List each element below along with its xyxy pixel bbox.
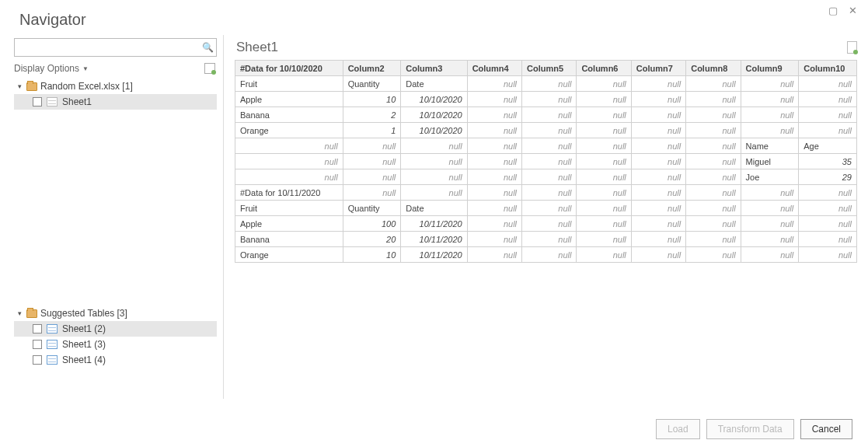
table-cell: 100 — [343, 216, 401, 232]
table-cell: null — [631, 76, 685, 92]
table-cell: null — [522, 76, 577, 92]
table-cell: null — [686, 169, 741, 185]
table-cell: null — [401, 138, 467, 154]
table-cell: Quantity — [343, 201, 401, 216]
display-options-dropdown[interactable]: Display Options ▼ — [14, 63, 89, 74]
table-cell: null — [343, 169, 401, 185]
column-header[interactable]: Column3 — [401, 61, 467, 76]
column-header[interactable]: Column10 — [799, 61, 857, 76]
table-cell: null — [467, 123, 521, 138]
table-cell: 10/11/2020 — [401, 232, 467, 247]
table-cell: null — [522, 169, 577, 185]
table-cell: null — [631, 185, 685, 201]
tree-item[interactable]: Sheet1 (4) — [14, 352, 217, 368]
table-cell: null — [522, 232, 577, 247]
search-icon[interactable]: 🔍 — [199, 42, 216, 53]
table-cell: Apple — [235, 216, 343, 232]
table-cell: null — [343, 154, 401, 169]
tree-folder-suggested[interactable]: ▾ Suggested Tables [3] — [14, 306, 217, 321]
preview-table: #Data for 10/10/2020Column2Column3Column… — [235, 60, 857, 263]
table-cell: null — [522, 185, 577, 201]
table-cell: null — [631, 216, 685, 232]
table-cell: 35 — [799, 154, 857, 169]
table-cell: null — [631, 92, 685, 107]
table-cell: null — [522, 247, 577, 263]
table-cell: Date — [401, 201, 467, 216]
checkbox[interactable] — [33, 324, 42, 334]
table-row: Banana2010/11/2020nullnullnullnullnullnu… — [235, 232, 857, 247]
checkbox[interactable] — [33, 340, 42, 349]
table-cell: Orange — [235, 247, 343, 263]
folder-icon — [26, 82, 37, 91]
table-cell: null — [686, 123, 741, 138]
column-header[interactable]: Column6 — [577, 61, 631, 76]
refresh-icon[interactable] — [204, 63, 215, 74]
table-cell: 10/10/2020 — [401, 92, 467, 107]
checkbox[interactable] — [33, 97, 42, 107]
table-cell: null — [631, 154, 685, 169]
table-cell: 10/10/2020 — [401, 107, 467, 123]
column-header[interactable]: #Data for 10/10/2020 — [235, 61, 343, 76]
table-cell: null — [631, 123, 685, 138]
table-cell: null — [799, 123, 857, 138]
search-input-wrap[interactable]: 🔍 — [14, 38, 217, 57]
table-cell: null — [577, 247, 631, 263]
table-cell: null — [741, 92, 799, 107]
table-cell: Quantity — [343, 76, 401, 92]
table-cell: Orange — [235, 123, 343, 138]
table-cell: null — [741, 185, 799, 201]
table-cell: null — [577, 154, 631, 169]
table-cell: null — [631, 107, 685, 123]
table-cell: Date — [401, 76, 467, 92]
load-button[interactable]: Load — [656, 419, 700, 439]
table-cell: null — [799, 232, 857, 247]
table-cell: null — [467, 92, 521, 107]
table-cell: null — [686, 232, 741, 247]
table-cell: 10/11/2020 — [401, 216, 467, 232]
tree-folder-workbook[interactable]: ▾ Random Excel.xlsx [1] — [14, 79, 217, 94]
table-cell: Name — [741, 138, 799, 154]
column-header[interactable]: Column9 — [741, 61, 799, 76]
table-row: Apple1010/10/2020nullnullnullnullnullnul… — [235, 92, 857, 107]
caret-down-icon: ▾ — [16, 82, 23, 90]
table-cell: Miguel — [741, 154, 799, 169]
table-cell: null — [522, 216, 577, 232]
table-cell: null — [577, 76, 631, 92]
table-cell: null — [799, 247, 857, 263]
table-cell: null — [631, 138, 685, 154]
table-cell: null — [799, 107, 857, 123]
tree-item[interactable]: Sheet1 (3) — [14, 337, 217, 352]
table-cell: null — [522, 201, 577, 216]
table-cell: 2 — [343, 107, 401, 123]
table-icon — [47, 355, 58, 365]
table-cell: null — [686, 185, 741, 201]
table-cell: null — [741, 107, 799, 123]
tree-item[interactable]: Sheet1 — [14, 94, 217, 110]
table-cell: 20 — [343, 232, 401, 247]
transform-data-button[interactable]: Transform Data — [706, 419, 794, 439]
maximize-icon[interactable]: ▢ — [828, 5, 838, 16]
sheet-preview-icon[interactable] — [847, 41, 857, 54]
table-row: nullnullnullnullnullnullnullnullJoe29 — [235, 169, 857, 185]
column-header[interactable]: Column2 — [343, 61, 401, 76]
cancel-button[interactable]: Cancel — [800, 419, 852, 439]
table-cell: null — [741, 232, 799, 247]
column-header[interactable]: Column7 — [631, 61, 685, 76]
table-cell: null — [522, 154, 577, 169]
caret-down-icon: ▾ — [16, 309, 23, 317]
table-cell: null — [577, 232, 631, 247]
column-header[interactable]: Column8 — [686, 61, 741, 76]
column-header[interactable]: Column4 — [467, 61, 521, 76]
table-cell: null — [577, 185, 631, 201]
worksheet-icon — [47, 97, 58, 107]
search-input[interactable] — [15, 42, 199, 53]
table-row: Orange110/10/2020nullnullnullnullnullnul… — [235, 123, 857, 138]
table-row: nullnullnullnullnullnullnullnullNameAge — [235, 138, 857, 154]
column-header[interactable]: Column5 — [522, 61, 577, 76]
close-icon[interactable]: ✕ — [849, 5, 857, 16]
table-cell: null — [741, 123, 799, 138]
tree-item[interactable]: Sheet1 (2) — [14, 321, 217, 337]
table-cell: null — [686, 107, 741, 123]
checkbox[interactable] — [33, 355, 42, 365]
table-row: FruitQuantityDatenullnullnullnullnullnul… — [235, 76, 857, 92]
